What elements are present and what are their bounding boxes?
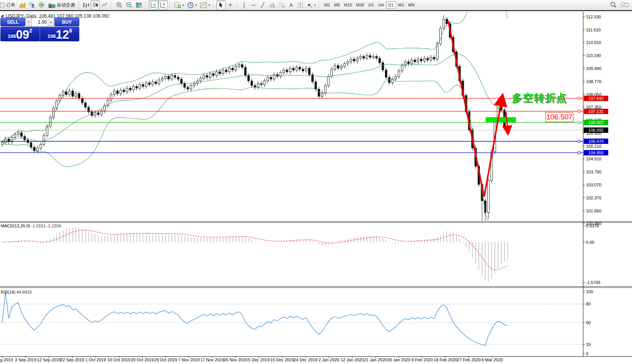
horizontal-line-tool-button[interactable]: ─ (249, 0, 258, 10)
timeframe-w1-button[interactable]: W1 (396, 1, 406, 9)
timeframe-h1-button[interactable]: H1 (366, 1, 376, 9)
axis-down-arrow-icon (160, 2, 166, 8)
shapes-tool-button[interactable]: ▾ (305, 0, 317, 10)
toolbar-separator (169, 1, 172, 9)
indicator-window-down-button[interactable] (158, 0, 168, 10)
vertical-line-icon: │ (243, 2, 246, 8)
price-axis-tick: 109.490 (586, 66, 601, 71)
timeframe-bar: M1M5M15M30H1H4D1W1MN (322, 1, 416, 9)
timeframe-m15-button[interactable]: M15 (342, 1, 354, 9)
bar-chart-button[interactable] (82, 0, 91, 10)
channel-tool-button[interactable]: E (267, 0, 277, 10)
market-watch-icon (28, 2, 35, 8)
zoom-in-icon (116, 2, 123, 8)
new-order-button[interactable]: 订单 (0, 0, 17, 10)
template-button[interactable]: ▾ (198, 0, 211, 10)
tile-windows-button[interactable] (134, 0, 144, 10)
volume-input[interactable] (32, 18, 48, 26)
sell-button[interactable]: SELL (0, 18, 25, 26)
price-axis-tick: 105.210 (586, 144, 601, 149)
auto-trading-button[interactable]: 自动交易 (47, 0, 77, 10)
price-axis-tick: 102.370 (586, 196, 601, 200)
cursor-arrow-icon (218, 2, 224, 8)
price-axis-tick: 110.190 (586, 53, 601, 58)
rsi-axis-tick: 0 (586, 351, 588, 356)
period-button[interactable]: ▾ (186, 0, 198, 10)
buy-price-figure: 106 (47, 33, 56, 39)
price-axis-tick: 106.630 (586, 118, 601, 122)
template-icon (200, 2, 207, 8)
buy-price-pips: 12 (56, 29, 69, 40)
sell-price-display[interactable]: 106 09 2 (0, 27, 39, 41)
charts-button[interactable] (17, 0, 27, 10)
horizontal-line-icon: ─ (252, 2, 255, 8)
signal-icon (38, 2, 45, 8)
text-tool-button[interactable]: A (287, 0, 296, 10)
dropdown-caret-icon: ▾ (208, 3, 210, 7)
macd-axis-tick: 0.00 (586, 240, 594, 245)
search-icon[interactable] (610, 2, 617, 8)
fibonacci-icon: F (278, 2, 285, 8)
toolbar-separator (319, 1, 321, 9)
clock-icon (187, 2, 194, 8)
timeframe-h4-button[interactable]: H4 (376, 1, 386, 9)
price-level-chip: 106.507 (584, 120, 608, 125)
dropdown-caret-icon: ▾ (314, 3, 316, 7)
top-toolbar: 订单 自动交易 ▾ ▾ (0, 0, 632, 10)
toolbar-separator (78, 1, 80, 9)
one-click-trading-widget: SELL ▼ ▲ BUY 106 09 2 106 12 8 (0, 18, 79, 41)
sell-price-pips: 09 (16, 29, 29, 40)
shapes-icon (306, 2, 313, 8)
text-label-tool-button[interactable]: T (296, 0, 305, 10)
price-axis-tick: 112.330 (586, 15, 601, 19)
signals-button[interactable] (37, 0, 47, 10)
auto-trading-icon (48, 2, 56, 8)
rsi-axis-tick: 100 (586, 289, 593, 294)
fibonacci-tool-button[interactable]: F (277, 0, 287, 10)
rsi-axis-tick: 80 (586, 302, 591, 306)
price-axis-tick: 101.650 (586, 209, 601, 213)
zoom-out-button[interactable] (124, 0, 134, 10)
timeframe-mn-button[interactable]: MN (406, 1, 416, 9)
trendline-tool-button[interactable]: ╱ (258, 0, 267, 10)
volume-decrease-button[interactable]: ▼ (26, 18, 32, 26)
sell-price-point: 2 (29, 28, 32, 34)
cursor-tool-button[interactable] (216, 0, 226, 10)
price-axis-tick: 104.510 (586, 157, 601, 161)
dropdown-caret-icon: ▾ (195, 3, 197, 7)
timeframe-m30-button[interactable]: M30 (354, 1, 366, 9)
add-indicator-button[interactable]: ▾ (173, 0, 186, 10)
buy-price-display[interactable]: 106 12 8 (40, 27, 79, 41)
volume-increase-button[interactable]: ▲ (48, 18, 54, 26)
timeframe-m1-button[interactable]: M1 (322, 1, 332, 9)
timeframe-d1-button[interactable]: D1 (386, 1, 396, 9)
new-order-icon (0, 2, 5, 8)
crosshair-tool-button[interactable]: + (226, 0, 235, 10)
text-label-icon: T (298, 2, 303, 8)
timeframe-m5-button[interactable]: M5 (332, 1, 342, 9)
price-axis-tick: 110.910 (586, 40, 601, 45)
add-indicator-icon (174, 2, 181, 8)
axis-up-arrow-icon (150, 2, 157, 8)
market-watch-button[interactable] (27, 0, 37, 10)
chart-canvas[interactable] (0, 11, 583, 364)
toolbar-separator (111, 1, 113, 9)
price-level-chip: 106.092 (584, 127, 608, 133)
toolbar-separator (236, 1, 239, 9)
volume-control: ▼ ▲ (26, 18, 54, 26)
rsi-axis-tick: 50 (586, 320, 591, 325)
zoom-in-button[interactable] (114, 0, 124, 10)
chat-icon[interactable] (621, 2, 629, 8)
candlestick-chart-button[interactable] (91, 0, 100, 10)
text-tool-icon: A (289, 2, 293, 8)
candlestick-chart-icon (92, 2, 98, 8)
vertical-line-tool-button[interactable]: │ (240, 0, 249, 10)
indicator-window-up-button[interactable] (149, 0, 158, 10)
dropdown-caret-icon: ▾ (183, 3, 184, 7)
gold-chart-icon (18, 2, 25, 8)
channel-letter: E (273, 5, 275, 8)
price-axis-tick: 105.930 (586, 131, 601, 135)
buy-button[interactable]: BUY (54, 18, 79, 26)
svg-text:F: F (283, 6, 284, 8)
line-chart-button[interactable] (100, 0, 109, 10)
